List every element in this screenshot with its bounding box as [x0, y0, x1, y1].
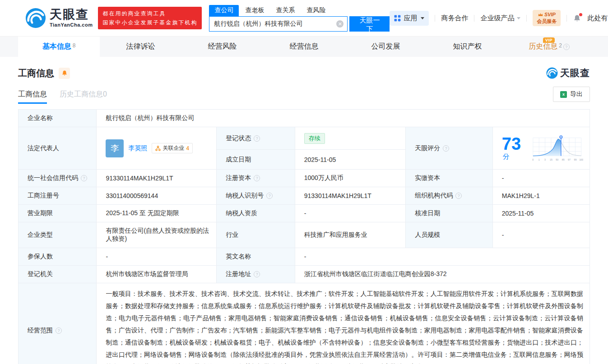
legal-rep-avatar[interactable]: 李 [106, 139, 124, 157]
field-value-registry: 杭州市钱塘区市场监督管理局 [97, 266, 217, 283]
search-box: ✕ [209, 16, 348, 32]
tab-company-development[interactable]: 公司发展 [345, 37, 427, 57]
notification-dot [579, 13, 582, 16]
field-label-taxpayer-id: 纳税人识别号? [217, 187, 295, 205]
field-label-score: 天眼评分? [406, 127, 492, 170]
apps-grid-icon [394, 15, 401, 22]
svg-text:15: 15 [550, 158, 552, 161]
score-number: 73 [502, 134, 521, 153]
field-value-company-type: 有限责任公司(自然人投资或控股的法人独资) [97, 222, 217, 248]
help-icon[interactable]: ? [455, 193, 462, 199]
search-input[interactable] [214, 20, 336, 28]
field-value-address: 浙江省杭州市钱塘区临江街道临江电商创业园8-372 [295, 266, 589, 283]
field-value-score: 73分 [492, 127, 589, 170]
field-label-approval-date: 核准日期 [406, 205, 492, 222]
help-icon[interactable]: ? [56, 327, 62, 334]
divider [474, 15, 474, 22]
search-tab-company[interactable]: 查公司 [209, 5, 239, 16]
field-value-insured: - [97, 248, 217, 266]
nav-enterprise[interactable]: 企业级产品 [480, 14, 520, 23]
field-label-paid-capital: 实缴资本 [406, 170, 492, 187]
help-icon[interactable]: ? [81, 175, 87, 181]
tianyancha-logo[interactable]: 天眼查 TianYanCha.com [25, 8, 93, 28]
clear-search-icon[interactable]: ✕ [336, 20, 343, 28]
apps-menu[interactable]: 应用 [390, 11, 429, 26]
search-button[interactable]: 天眼一下 [349, 16, 390, 32]
field-value-legal-rep: 李 李英照 关联企业 4 [97, 127, 217, 170]
field-value-org-code: MAK1H29L-1 [492, 187, 589, 205]
help-icon[interactable]: ? [254, 135, 260, 142]
table-row: 法定代表人 李 李英照 关联企业 4 [19, 127, 590, 150]
notifications-bell[interactable] [573, 14, 581, 23]
field-value-company-name: 航行锐启（杭州）科技有限公司 [97, 110, 590, 127]
field-label-est-date: 成立日期 [217, 150, 295, 170]
field-label-staff-size: 人员规模 [406, 222, 492, 248]
field-value-reg-capital: 1000万人民币 [295, 170, 406, 187]
section-title: 工商信息 [18, 67, 54, 79]
tab-operating-info[interactable]: 经营信息 [263, 37, 345, 57]
subtab-history-business-info[interactable]: 历史工商信息0 [60, 90, 107, 104]
vip-badge: VIP [543, 37, 555, 43]
company-tab-bar: 基本信息8 法律诉讼 经营风险 经营信息 公司发展 知识产权 VIP 历史信息2… [0, 36, 608, 57]
nav-cooperation[interactable]: 商务合作 [441, 14, 468, 23]
tab-basic-info[interactable]: 基本信息8 [18, 37, 100, 57]
divider [526, 15, 527, 22]
top-nav: 应用 商务合作 企业级产品 SVIP 会员服务 [390, 10, 608, 26]
field-label-registry: 登记机关 [19, 266, 97, 283]
svg-text:50: 50 [556, 158, 559, 161]
field-value-taxpayer-qualification: - [295, 205, 406, 222]
help-icon[interactable]: ? [254, 271, 260, 277]
field-value-taxpayer-id: 91330114MAK1H29L1T [295, 187, 406, 205]
org-graph-icon [155, 146, 161, 151]
account-menu[interactable]: 此处有… [587, 14, 608, 23]
table-row: 统一社会信用代码? 91330114MAK1H29L1T 注册资本? 1000万… [19, 170, 590, 187]
help-icon[interactable]: ? [563, 44, 570, 50]
field-value-paid-capital: - [492, 170, 589, 187]
field-value-credit-code: 91330114MAK1H29L1T [97, 170, 217, 187]
svg-text:0: 0 [533, 158, 534, 161]
field-label-english-name: 英文名称 [217, 248, 295, 266]
svg-text:100: 100 [580, 158, 583, 161]
tab-operating-risk[interactable]: 经营风险 [181, 37, 263, 57]
field-label-company-type: 企业类型 [19, 222, 97, 248]
field-label-scope: 经营范围? [19, 283, 97, 364]
section-brand-logo: 天眼查 [546, 67, 590, 79]
subtab-business-info[interactable]: 工商信息 [18, 90, 47, 104]
subscribe-bell-button[interactable] [59, 68, 70, 79]
chevron-down-icon [421, 17, 424, 19]
svip-member-button[interactable]: SVIP 会员服务 [533, 10, 561, 26]
excel-icon: x [560, 91, 567, 98]
table-row: 登记机关 杭州市钱塘区市场监督管理局 注册地址? 浙江省杭州市钱塘区临江街道临江… [19, 266, 590, 283]
help-icon[interactable]: ? [254, 175, 260, 181]
table-row: 企业名称 航行锐启（杭州）科技有限公司 [19, 110, 590, 127]
top-header: 天眼查 TianYanCha.com 都在用的商业查询工具 国家中小企业发展子基… [0, 0, 608, 36]
field-value-term: 2025-11-05 至 无固定期限 [97, 205, 217, 222]
table-row: 工商注册号 330114000569144 纳税人识别号? 91330114MA… [19, 187, 590, 205]
field-label-credit-code: 统一社会信用代码? [19, 170, 97, 187]
field-label-reg-number: 工商注册号 [19, 187, 97, 205]
search-tab-relation[interactable]: 查关系 [270, 5, 300, 16]
svg-text:97: 97 [568, 158, 571, 161]
table-row: 企业类型 有限责任公司(自然人投资或控股的法人独资) 行业 科技推广和应用服务业… [19, 222, 590, 248]
search-tab-boss[interactable]: 查老板 [240, 5, 269, 16]
field-value-english-name: - [295, 248, 589, 266]
svg-text:99: 99 [574, 158, 577, 161]
svg-text:1: 1 [538, 158, 540, 161]
field-label-address: 注册地址? [217, 266, 295, 283]
related-companies-button[interactable]: 关联企业 4 [152, 143, 193, 153]
field-label-org-code: 组织机构代码? [406, 187, 492, 205]
field-label-industry: 行业 [217, 222, 295, 248]
legal-rep-link[interactable]: 李英照 [128, 144, 147, 152]
field-label-company-name: 企业名称 [19, 110, 97, 127]
crown-icon [538, 13, 543, 17]
search-tab-risk[interactable]: 查风险 [301, 5, 331, 16]
export-button[interactable]: x 导出 [553, 87, 590, 102]
field-value-reg-status: 存续 [295, 127, 406, 150]
brand-name: 天眼查 [50, 9, 93, 21]
tab-legal[interactable]: 法律诉讼 [100, 37, 181, 57]
help-icon[interactable]: ? [266, 193, 273, 199]
tab-history-info[interactable]: VIP 历史信息2 ? [508, 37, 590, 57]
help-icon[interactable]: ? [443, 145, 449, 152]
tab-intellectual-property[interactable]: 知识产权 [427, 37, 508, 57]
search-area: 查公司 查老板 查关系 查风险 ✕ 天眼一下 [209, 5, 390, 32]
